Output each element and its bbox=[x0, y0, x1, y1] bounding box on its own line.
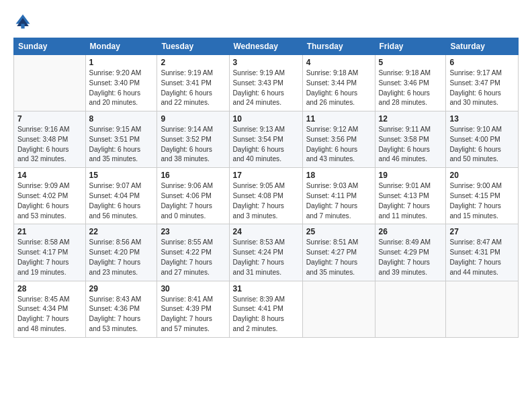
day-number: 8 bbox=[89, 114, 154, 124]
day-detail: Sunrise: 9:06 AMSunset: 4:06 PMDaylight:… bbox=[161, 181, 225, 221]
day-detail: Sunrise: 9:17 AMSunset: 3:47 PMDaylight:… bbox=[449, 68, 515, 108]
calendar-row: 28Sunrise: 8:45 AMSunset: 4:34 PMDayligh… bbox=[14, 281, 519, 337]
day-detail: Sunrise: 8:51 AMSunset: 4:27 PMDaylight:… bbox=[306, 238, 371, 277]
day-number: 15 bbox=[89, 171, 154, 180]
calendar-cell: 31Sunrise: 8:39 AMSunset: 4:41 PMDayligh… bbox=[229, 281, 302, 337]
day-number: 16 bbox=[161, 171, 225, 180]
calendar-cell: 12Sunrise: 9:11 AMSunset: 3:58 PMDayligh… bbox=[375, 111, 446, 168]
day-number: 7 bbox=[17, 114, 82, 124]
day-detail: Sunrise: 9:01 AMSunset: 4:13 PMDaylight:… bbox=[379, 181, 443, 221]
col-header-sunday: Sunday bbox=[14, 38, 86, 55]
calendar-row: 14Sunrise: 9:09 AMSunset: 4:02 PMDayligh… bbox=[14, 168, 519, 224]
calendar-cell: 18Sunrise: 9:03 AMSunset: 4:11 PMDayligh… bbox=[302, 168, 375, 224]
calendar-cell: 14Sunrise: 9:09 AMSunset: 4:02 PMDayligh… bbox=[14, 168, 86, 224]
calendar-cell: 28Sunrise: 8:45 AMSunset: 4:34 PMDayligh… bbox=[14, 281, 86, 337]
day-number: 11 bbox=[306, 114, 371, 124]
calendar-cell: 24Sunrise: 8:53 AMSunset: 4:24 PMDayligh… bbox=[229, 224, 302, 281]
col-header-friday: Friday bbox=[375, 38, 446, 55]
day-detail: Sunrise: 9:11 AMSunset: 3:58 PMDaylight:… bbox=[379, 125, 443, 165]
day-detail: Sunrise: 8:56 AMSunset: 4:20 PMDaylight:… bbox=[89, 238, 154, 277]
calendar-cell: 1Sunrise: 9:20 AMSunset: 3:40 PMDaylight… bbox=[85, 55, 157, 111]
day-number: 18 bbox=[306, 171, 371, 180]
col-header-wednesday: Wednesday bbox=[229, 38, 302, 55]
day-detail: Sunrise: 9:19 AMSunset: 3:41 PMDaylight:… bbox=[161, 68, 225, 108]
day-number: 21 bbox=[17, 227, 82, 236]
day-detail: Sunrise: 8:53 AMSunset: 4:24 PMDaylight:… bbox=[233, 238, 299, 277]
calendar-cell bbox=[302, 281, 375, 337]
day-detail: Sunrise: 8:43 AMSunset: 4:36 PMDaylight:… bbox=[89, 295, 154, 334]
calendar-cell: 8Sunrise: 9:15 AMSunset: 3:51 PMDaylight… bbox=[85, 111, 157, 168]
day-number: 2 bbox=[161, 58, 225, 67]
col-header-monday: Monday bbox=[85, 38, 157, 55]
day-number: 5 bbox=[379, 58, 443, 67]
calendar-cell: 7Sunrise: 9:16 AMSunset: 3:48 PMDaylight… bbox=[14, 111, 86, 168]
day-number: 27 bbox=[449, 227, 515, 236]
calendar-cell: 19Sunrise: 9:01 AMSunset: 4:13 PMDayligh… bbox=[375, 168, 446, 224]
calendar-cell: 25Sunrise: 8:51 AMSunset: 4:27 PMDayligh… bbox=[302, 224, 375, 281]
day-number: 30 bbox=[161, 284, 225, 293]
calendar-table: SundayMondayTuesdayWednesdayThursdayFrid… bbox=[13, 38, 519, 338]
calendar-cell: 6Sunrise: 9:17 AMSunset: 3:47 PMDaylight… bbox=[446, 55, 519, 111]
day-number: 29 bbox=[89, 284, 154, 293]
day-detail: Sunrise: 9:12 AMSunset: 3:56 PMDaylight:… bbox=[306, 125, 371, 165]
day-detail: Sunrise: 9:03 AMSunset: 4:11 PMDaylight:… bbox=[306, 181, 371, 221]
day-detail: Sunrise: 9:10 AMSunset: 4:00 PMDaylight:… bbox=[449, 125, 515, 165]
calendar-cell: 23Sunrise: 8:55 AMSunset: 4:22 PMDayligh… bbox=[157, 224, 229, 281]
day-number: 14 bbox=[17, 171, 82, 180]
day-number: 20 bbox=[449, 171, 515, 180]
day-detail: Sunrise: 9:19 AMSunset: 3:43 PMDaylight:… bbox=[233, 68, 299, 108]
calendar-cell bbox=[375, 281, 446, 337]
logo-icon bbox=[13, 12, 32, 31]
day-number: 22 bbox=[89, 227, 154, 236]
day-detail: Sunrise: 9:20 AMSunset: 3:40 PMDaylight:… bbox=[89, 68, 154, 108]
day-detail: Sunrise: 9:18 AMSunset: 3:44 PMDaylight:… bbox=[306, 68, 371, 108]
calendar-cell: 15Sunrise: 9:07 AMSunset: 4:04 PMDayligh… bbox=[85, 168, 157, 224]
day-detail: Sunrise: 8:41 AMSunset: 4:39 PMDaylight:… bbox=[161, 295, 225, 334]
col-header-tuesday: Tuesday bbox=[157, 38, 229, 55]
day-detail: Sunrise: 9:14 AMSunset: 3:52 PMDaylight:… bbox=[161, 125, 225, 165]
day-number: 24 bbox=[233, 227, 299, 236]
calendar-cell: 3Sunrise: 9:19 AMSunset: 3:43 PMDaylight… bbox=[229, 55, 302, 111]
day-detail: Sunrise: 8:58 AMSunset: 4:17 PMDaylight:… bbox=[17, 238, 82, 277]
day-number: 25 bbox=[306, 227, 371, 236]
calendar-cell: 29Sunrise: 8:43 AMSunset: 4:36 PMDayligh… bbox=[85, 281, 157, 337]
calendar-cell: 30Sunrise: 8:41 AMSunset: 4:39 PMDayligh… bbox=[157, 281, 229, 337]
calendar-cell: 4Sunrise: 9:18 AMSunset: 3:44 PMDaylight… bbox=[302, 55, 375, 111]
calendar-cell: 22Sunrise: 8:56 AMSunset: 4:20 PMDayligh… bbox=[85, 224, 157, 281]
day-detail: Sunrise: 9:18 AMSunset: 3:46 PMDaylight:… bbox=[379, 68, 443, 108]
day-number: 13 bbox=[449, 114, 515, 124]
day-detail: Sunrise: 8:39 AMSunset: 4:41 PMDaylight:… bbox=[233, 295, 299, 334]
day-detail: Sunrise: 9:05 AMSunset: 4:08 PMDaylight:… bbox=[233, 181, 299, 221]
day-detail: Sunrise: 9:13 AMSunset: 3:54 PMDaylight:… bbox=[233, 125, 299, 165]
day-number: 17 bbox=[233, 171, 299, 180]
calendar-row: 7Sunrise: 9:16 AMSunset: 3:48 PMDaylight… bbox=[14, 111, 519, 168]
svg-rect-2 bbox=[21, 24, 24, 29]
day-number: 19 bbox=[379, 171, 443, 180]
calendar-cell: 17Sunrise: 9:05 AMSunset: 4:08 PMDayligh… bbox=[229, 168, 302, 224]
calendar-cell: 9Sunrise: 9:14 AMSunset: 3:52 PMDaylight… bbox=[157, 111, 229, 168]
page: SundayMondayTuesdayWednesdayThursdayFrid… bbox=[0, 0, 532, 411]
col-header-saturday: Saturday bbox=[446, 38, 519, 55]
calendar-cell: 27Sunrise: 8:47 AMSunset: 4:31 PMDayligh… bbox=[446, 224, 519, 281]
day-detail: Sunrise: 8:55 AMSunset: 4:22 PMDaylight:… bbox=[161, 238, 225, 277]
day-number: 23 bbox=[161, 227, 225, 236]
day-detail: Sunrise: 9:00 AMSunset: 4:15 PMDaylight:… bbox=[449, 181, 515, 221]
day-detail: Sunrise: 9:16 AMSunset: 3:48 PMDaylight:… bbox=[17, 125, 82, 165]
day-number: 4 bbox=[306, 58, 371, 67]
col-header-thursday: Thursday bbox=[302, 38, 375, 55]
day-number: 10 bbox=[233, 114, 299, 124]
day-number: 26 bbox=[379, 227, 443, 236]
day-number: 6 bbox=[449, 58, 515, 67]
day-detail: Sunrise: 8:47 AMSunset: 4:31 PMDaylight:… bbox=[449, 238, 515, 277]
day-detail: Sunrise: 8:45 AMSunset: 4:34 PMDaylight:… bbox=[17, 295, 82, 334]
calendar-cell: 26Sunrise: 8:49 AMSunset: 4:29 PMDayligh… bbox=[375, 224, 446, 281]
day-number: 28 bbox=[17, 284, 82, 293]
calendar-cell: 13Sunrise: 9:10 AMSunset: 4:00 PMDayligh… bbox=[446, 111, 519, 168]
calendar-cell bbox=[446, 281, 519, 337]
day-number: 9 bbox=[161, 114, 225, 124]
calendar-cell: 5Sunrise: 9:18 AMSunset: 3:46 PMDaylight… bbox=[375, 55, 446, 111]
calendar-cell: 11Sunrise: 9:12 AMSunset: 3:56 PMDayligh… bbox=[302, 111, 375, 168]
day-detail: Sunrise: 9:09 AMSunset: 4:02 PMDaylight:… bbox=[17, 181, 82, 221]
calendar-row: 1Sunrise: 9:20 AMSunset: 3:40 PMDaylight… bbox=[14, 55, 519, 111]
calendar-cell: 2Sunrise: 9:19 AMSunset: 3:41 PMDaylight… bbox=[157, 55, 229, 111]
